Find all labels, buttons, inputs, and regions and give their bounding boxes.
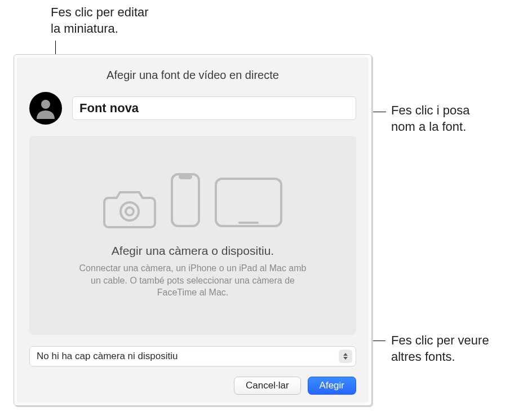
device-well: Afegir una càmera o dispositiu. Connecta… <box>29 136 356 335</box>
camera-device-dropdown[interactable]: No hi ha cap càmera ni dispositiu <box>29 346 356 366</box>
dialog-add-live-video-source: Afegir una font de vídeo en directe <box>14 54 372 406</box>
callout-edit-thumbnail: Fes clic per editar la miniatura. <box>51 5 149 37</box>
add-button[interactable]: Afegir <box>308 377 356 395</box>
callout-name-font: Fes clic i posa nom a la font. <box>391 103 469 135</box>
well-subtitle: Connectar una càmera, un iPhone o un iPa… <box>74 262 311 299</box>
svg-point-0 <box>41 100 50 109</box>
svg-point-2 <box>126 207 134 215</box>
callout-other-sources: Fes clic per veure altres fonts. <box>391 333 489 365</box>
iphone-icon <box>170 172 201 228</box>
ipad-icon <box>214 176 283 228</box>
dialog-title: Afegir una font de vídeo en directe <box>29 69 356 82</box>
svg-rect-5 <box>216 179 281 226</box>
dropdown-selected-label: No hi ha cap càmera ni dispositiu <box>37 351 339 362</box>
svg-rect-4 <box>179 174 192 179</box>
camera-icon <box>102 184 157 228</box>
thumbnail-edit-button[interactable] <box>29 92 62 125</box>
svg-point-1 <box>121 202 139 220</box>
updown-chevron-icon <box>339 350 352 363</box>
well-title: Afegir una càmera o dispositiu. <box>112 244 274 258</box>
dialog-body: Afegir una font de vídeo en directe <box>17 58 369 403</box>
svg-rect-6 <box>238 222 259 224</box>
person-silhouette-icon <box>34 96 57 120</box>
svg-rect-3 <box>172 174 199 226</box>
cancel-button[interactable]: Cancel·lar <box>234 377 301 395</box>
source-name-input[interactable] <box>72 96 356 120</box>
